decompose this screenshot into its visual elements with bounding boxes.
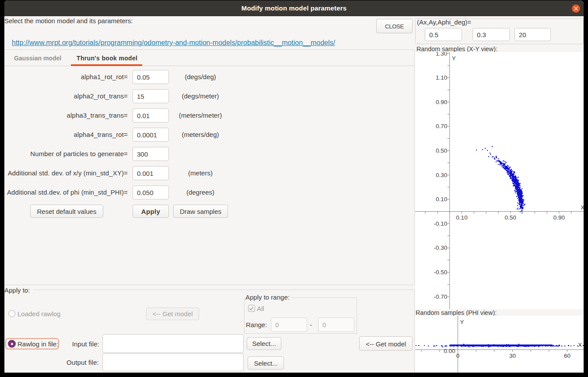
svg-text:-0.30: -0.30 <box>434 244 447 251</box>
svg-text:Y: Y <box>452 55 456 62</box>
svg-text:0.00: 0.00 <box>444 348 455 354</box>
svg-text:1.10: 1.10 <box>436 74 447 81</box>
svg-text:0.10: 0.10 <box>456 214 467 221</box>
svg-text:X: X <box>578 342 582 348</box>
svg-text:-0.10: -0.10 <box>434 220 447 227</box>
svg-text:30: 30 <box>509 353 516 359</box>
svg-text:-0.50: -0.50 <box>434 269 447 276</box>
svg-text:60: 60 <box>564 353 570 359</box>
svg-text:0.50: 0.50 <box>436 147 447 154</box>
svg-text:X: X <box>581 204 584 211</box>
svg-text:0.30: 0.30 <box>436 172 447 178</box>
svg-text:0.90: 0.90 <box>436 99 447 105</box>
svg-text:1.30: 1.30 <box>436 52 447 57</box>
svg-text:0.50: 0.50 <box>505 214 516 221</box>
svg-text:0: 0 <box>456 353 460 359</box>
svg-text:0.70: 0.70 <box>436 123 447 129</box>
svg-text:0.10: 0.10 <box>436 196 447 202</box>
svg-text:-0.70: -0.70 <box>434 293 447 300</box>
svg-text:0.90: 0.90 <box>553 214 565 221</box>
svg-text:Y: Y <box>460 319 464 325</box>
